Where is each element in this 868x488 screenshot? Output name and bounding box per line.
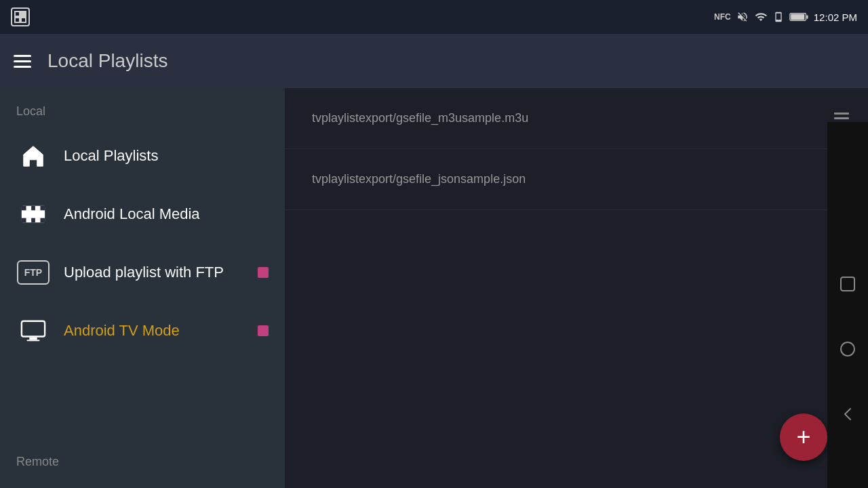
sidebar-item-upload-ftp-label: Upload playlist with FTP xyxy=(64,264,224,281)
nav-square-button[interactable] xyxy=(835,272,860,296)
sidebar-item-android-local-media-label: Android Local Media xyxy=(64,205,200,223)
hamburger-menu-button[interactable] xyxy=(14,55,31,68)
battery-icon xyxy=(789,12,808,22)
sidebar-item-android-tv-mode[interactable]: Android TV Mode xyxy=(0,302,285,360)
sidebar-item-local-playlists[interactable]: Local Playlists xyxy=(0,127,285,185)
sidebar-item-upload-ftp[interactable]: FTP Upload playlist with FTP xyxy=(0,243,285,302)
sidebar-section-remote: Remote xyxy=(0,441,285,477)
playlist-path-2: tvplaylistexport/gsefile_jsonsample.json xyxy=(298,172,829,186)
svg-rect-10 xyxy=(22,218,26,223)
page-title: Local Playlists xyxy=(47,50,167,72)
playlist-path-1: tvplaylistexport/gsefile_m3usample.m3u xyxy=(298,111,829,125)
status-time: 12:02 PM xyxy=(814,12,857,23)
svg-rect-1 xyxy=(15,18,20,22)
sidebar: Local Local Playlists xyxy=(0,88,285,488)
add-playlist-button[interactable]: + xyxy=(780,413,827,461)
svg-rect-16 xyxy=(29,338,37,340)
svg-rect-3 xyxy=(21,18,26,22)
app-icon xyxy=(11,7,30,26)
status-bar-left xyxy=(11,7,30,26)
svg-rect-15 xyxy=(22,321,45,337)
playlist-item: tvplaylistexport/gsefile_m3usample.m3u xyxy=(285,88,868,149)
mute-icon xyxy=(736,11,749,23)
film-icon xyxy=(16,197,50,231)
svg-rect-5 xyxy=(806,15,808,18)
playlist-item: tvplaylistexport/gsefile_jsonsample.json xyxy=(285,149,868,210)
sidebar-item-local-playlists-label: Local Playlists xyxy=(64,147,158,165)
svg-rect-6 xyxy=(791,14,804,20)
svg-rect-18 xyxy=(841,277,854,291)
nav-home-button[interactable] xyxy=(835,337,860,361)
wifi-icon xyxy=(754,11,768,23)
android-nav-bar xyxy=(827,122,868,488)
svg-rect-14 xyxy=(22,211,45,217)
sidebar-item-android-tv-mode-label: Android TV Mode xyxy=(64,322,180,340)
top-bar: Local Playlists xyxy=(0,34,868,88)
svg-rect-2 xyxy=(21,12,26,16)
svg-rect-11 xyxy=(40,218,45,223)
nav-back-button[interactable] xyxy=(835,402,860,426)
ftp-badge xyxy=(258,267,269,278)
svg-rect-9 xyxy=(40,206,45,211)
tv-badge xyxy=(258,325,269,336)
svg-rect-13 xyxy=(31,218,35,223)
house-icon xyxy=(16,139,50,173)
phone-icon xyxy=(773,11,784,23)
svg-rect-12 xyxy=(31,206,35,211)
sidebar-item-android-local-media[interactable]: Android Local Media xyxy=(0,185,285,243)
right-panel: tvplaylistexport/gsefile_m3usample.m3u t… xyxy=(285,88,868,488)
nfc-icon: NFC xyxy=(714,12,731,22)
svg-rect-8 xyxy=(22,206,26,211)
svg-point-19 xyxy=(841,342,854,356)
status-bar: NFC 12:02 PM xyxy=(0,0,868,34)
add-icon: + xyxy=(796,425,810,449)
sidebar-section-local: Local xyxy=(0,99,285,127)
status-bar-right: NFC 12:02 PM xyxy=(714,11,857,23)
tv-icon xyxy=(16,314,50,348)
svg-rect-17 xyxy=(27,340,40,341)
main-content: Local Local Playlists xyxy=(0,88,868,488)
svg-rect-0 xyxy=(15,12,20,16)
ftp-icon: FTP xyxy=(16,256,50,289)
